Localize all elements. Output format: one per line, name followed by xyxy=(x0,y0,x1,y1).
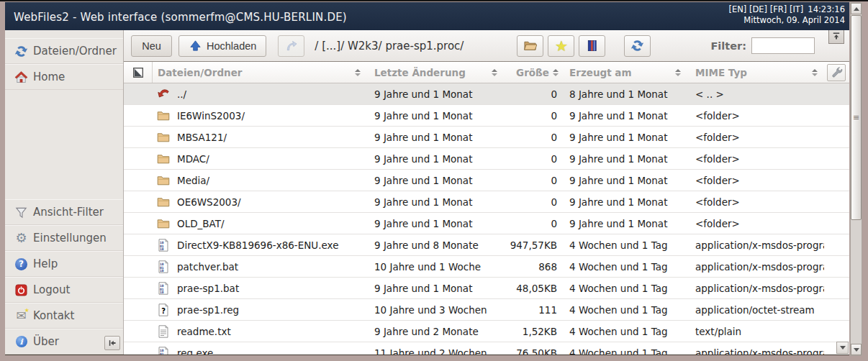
mime-cell: <folder> xyxy=(687,196,824,208)
created-cell: 4 Wochen und 1 Tag xyxy=(560,326,687,337)
refresh-icon xyxy=(630,39,644,52)
column-header-size[interactable]: Größe xyxy=(504,62,560,83)
home-icon xyxy=(14,70,28,84)
folder-icon xyxy=(156,195,171,209)
folder-open-icon xyxy=(523,39,537,52)
file-name[interactable]: ../ xyxy=(177,88,186,100)
file-name[interactable]: DirectX9-KB819696-x86-ENU.exe xyxy=(177,239,338,251)
file-name[interactable]: Media/ xyxy=(177,175,209,186)
size-cell: 0 xyxy=(504,153,560,165)
toolbar: Neu Hochladen / [...]/ W2k3/ prae-sp1.pr… xyxy=(124,30,849,62)
column-header-mime[interactable]: MIME Typ xyxy=(687,62,824,83)
filter-funnel-icon xyxy=(14,206,28,219)
filter-input[interactable] xyxy=(751,37,815,54)
clock: 14:23:16 xyxy=(808,4,845,15)
select-all-icon xyxy=(132,66,145,79)
table-row[interactable]: patchver.bat 10 Jahre und 1 Woche 868 4 … xyxy=(124,256,849,278)
scrollbar-down-button[interactable] xyxy=(851,344,862,355)
sidebar-item-ansicht-filter[interactable]: Ansicht-Filter xyxy=(5,199,123,225)
mime-cell: application/octet-stream xyxy=(687,304,824,316)
sidebar-item-kontakt[interactable]: Kontakt xyxy=(5,303,123,329)
pin-to-top-icon xyxy=(831,31,841,41)
folder-icon xyxy=(156,173,171,188)
sort-icon xyxy=(812,69,818,76)
modified-cell: 9 Jahre und 1 Monat xyxy=(367,196,504,208)
created-cell: 4 Wochen und 1 Tag xyxy=(560,261,687,273)
star-icon xyxy=(555,39,568,53)
window-scrollbar[interactable] xyxy=(850,2,862,356)
file-browser: Neu Hochladen / [...]/ W2k3/ prae-sp1.pr… xyxy=(124,30,849,355)
column-config-button[interactable] xyxy=(827,64,846,81)
new-button[interactable]: Neu xyxy=(131,35,172,57)
file-name[interactable]: MDAC/ xyxy=(177,153,209,165)
modified-cell: 9 Jahre und 1 Monat xyxy=(367,88,504,100)
gear-icon xyxy=(14,232,28,245)
file-name[interactable]: patchver.bat xyxy=(177,261,238,273)
refresh-icon xyxy=(14,45,28,58)
file-name[interactable]: MBSA121/ xyxy=(177,132,227,143)
table-row[interactable]: prae-sp1.bat 9 Jahre und 1 Monat 48,05KB… xyxy=(124,278,849,299)
refresh-button[interactable] xyxy=(624,35,651,57)
column-header-name[interactable]: Dateien/Ordner xyxy=(153,62,367,83)
file-name[interactable]: OE6WS2003/ xyxy=(177,196,241,208)
sidebar-item-einstellungen[interactable]: Einstellungen xyxy=(5,225,123,251)
created-cell: 4 Wochen und 1 Tag xyxy=(560,347,687,355)
breadcrumb[interactable]: / [...]/ W2k3/ prae-sp1.proc/ xyxy=(315,40,464,52)
table-row[interactable]: reg.exe 11 Jahre und 2 Wochen 76,50KB 4 … xyxy=(124,342,849,355)
redo-button xyxy=(278,35,304,57)
created-cell: 4 Wochen und 1 Tag xyxy=(560,304,687,316)
sidebar-bottom-group: Ansicht-Filter Einstellungen ? Help Logo… xyxy=(5,199,123,355)
column-settings xyxy=(824,62,849,83)
sidebar-item-label: Ansicht-Filter xyxy=(33,206,104,219)
upload-button[interactable]: Hochladen xyxy=(178,35,266,57)
file-name[interactable]: prae-sp1.reg xyxy=(177,304,239,316)
select-all-toggle[interactable] xyxy=(124,62,153,83)
sidebar-collapse-button[interactable] xyxy=(104,336,120,350)
window-title: WebFiles2 - Web interface (sommerfm@CMS.… xyxy=(14,11,347,24)
file-name[interactable]: readme.txt xyxy=(177,326,231,337)
sidebar-item-logout[interactable]: Logout xyxy=(5,277,123,303)
mime-cell: application/x-msdos-program xyxy=(687,347,824,355)
sidebar-item-label: Logout xyxy=(33,283,70,296)
table-row[interactable]: OE6WS2003/ 9 Jahre und 1 Monat 0 9 Jahre… xyxy=(124,191,849,213)
file-name[interactable]: reg.exe xyxy=(177,347,213,355)
table-row[interactable]: ../ 9 Jahre und 1 Monat 0 8 Jahre und 1 … xyxy=(124,83,849,105)
scroll-to-top-button[interactable] xyxy=(828,30,844,44)
scrollbar-up-button[interactable] xyxy=(851,3,862,14)
table-row[interactable]: DirectX9-KB819696-x86-ENU.exe 9 Jahre un… xyxy=(124,234,849,256)
table-scroll-down-button[interactable] xyxy=(836,342,849,354)
table-row[interactable]: IE6WinS2003/ 9 Jahre und 1 Monat 0 9 Jah… xyxy=(124,105,849,127)
size-cell: 0 xyxy=(504,218,560,229)
column-header-modified[interactable]: Letzte Änderung xyxy=(367,62,504,83)
titlebar: WebFiles2 - Web interface (sommerfm@CMS.… xyxy=(5,2,849,30)
mime-cell: < .. > xyxy=(687,88,824,100)
sidebar-item-help[interactable]: ? Help xyxy=(5,251,123,277)
scrollbar-thumb[interactable] xyxy=(851,15,862,220)
sidebar: Dateien/Ordner Home Ansicht-Filter Einst… xyxy=(5,30,124,355)
file-name[interactable]: prae-sp1.bat xyxy=(177,283,239,294)
size-cell: 111 xyxy=(504,304,560,316)
table-row[interactable]: OLD_BAT/ 9 Jahre und 1 Monat 0 9 Jahre u… xyxy=(124,213,849,234)
language-links[interactable]: [EN] [DE] [FR] [IT] xyxy=(728,4,803,15)
sidebar-item-dateien-ordner[interactable]: Dateien/Ordner xyxy=(5,38,123,64)
table-row[interactable]: Media/ 9 Jahre und 1 Monat 0 9 Jahre und… xyxy=(124,170,849,191)
file-name[interactable]: IE6WinS2003/ xyxy=(177,110,245,122)
filter-label: Filter: xyxy=(710,40,746,52)
mime-cell: <folder> xyxy=(687,153,824,165)
bookmarks-button[interactable] xyxy=(579,35,605,57)
size-cell: 868 xyxy=(504,261,560,273)
column-header-created[interactable]: Erzeugt am xyxy=(560,62,687,83)
file-name[interactable]: OLD_BAT/ xyxy=(177,218,225,229)
table-row[interactable]: MBSA121/ 9 Jahre und 1 Monat 0 9 Jahre u… xyxy=(124,127,849,148)
sidebar-item-home[interactable]: Home xyxy=(5,64,123,90)
mime-cell: <folder> xyxy=(687,175,824,186)
created-cell: 4 Wochen und 1 Tag xyxy=(560,283,687,294)
table-row[interactable]: MDAC/ 9 Jahre und 1 Monat 0 9 Jahre und … xyxy=(124,148,849,170)
sidebar-item-label: Über xyxy=(33,335,59,348)
binary-file-icon xyxy=(156,346,171,355)
table-row[interactable]: readme.txt 9 Jahre und 2 Monate 1,52KB 4… xyxy=(124,321,849,342)
size-cell: 947,57KB xyxy=(504,239,560,251)
open-folder-button[interactable] xyxy=(517,35,543,57)
favorites-button[interactable] xyxy=(548,35,574,57)
table-row[interactable]: prae-sp1.reg 10 Jahre und 3 Wochen 111 4… xyxy=(124,299,849,321)
